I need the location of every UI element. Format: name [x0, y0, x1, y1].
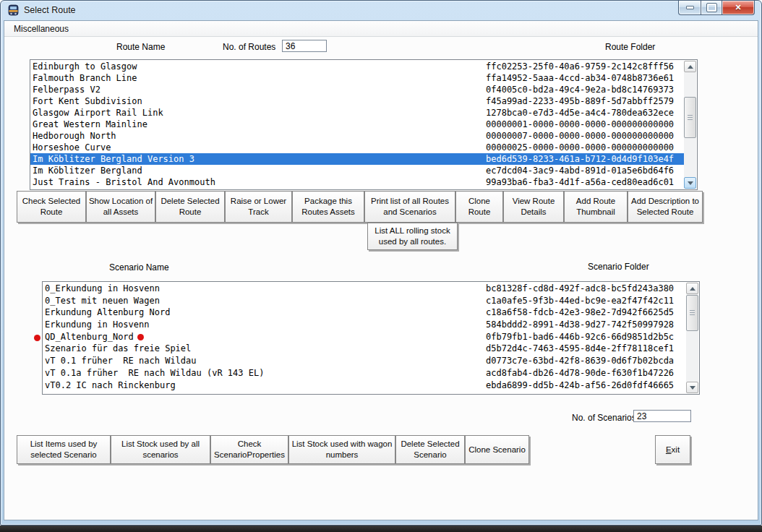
route-row[interactable]: Horseshoe Curve00000025-0000-0000-0000-0… [30, 142, 684, 153]
route-row-guid: 00000007-0000-0000-0000-000000000000 [486, 130, 674, 142]
route-row[interactable]: Fort Kent Subdivisionf45a99ad-2233-495b-… [30, 95, 684, 107]
exit-button[interactable]: Exit [655, 435, 690, 464]
scenario-name-label: Scenario Name [109, 262, 169, 273]
route-row-guid: 1278bca0-e7d3-4d5e-a4c4-780dea632ece [486, 107, 674, 119]
check-scenario-properties-button[interactable]: Check ScenarioProperties [210, 435, 288, 464]
scenario-scroll-up-button[interactable] [686, 283, 698, 294]
route-row[interactable]: Edinburgh to Glasgowffc02253-25f0-40a6-9… [30, 61, 684, 72]
select-route-window: Select Route ✕ Miscellaneous Route Name … [0, 0, 762, 525]
route-row-guid: 99a93ba6-fba3-4d1f-a56a-ced80ead6c01 [486, 176, 674, 188]
route-row[interactable]: Glasgow Airport Rail Link1278bca0-e7d3-4… [30, 107, 684, 119]
package-routes-assets-button[interactable]: Package this Routes Assets [292, 191, 364, 223]
route-row[interactable]: Im Köblitzer Bergland Version 3bed6d539-… [30, 153, 684, 165]
route-row[interactable]: Great Western Mainline00000001-0000-0000… [30, 119, 684, 130]
show-location-all-assets-button[interactable]: Show Location of all Assets [86, 191, 155, 223]
button-label: Add Route Thumbnail [566, 196, 625, 218]
route-row[interactable]: Hedborough North00000007-0000-0000-0000-… [30, 130, 684, 142]
scenario-row[interactable]: 0_Test mit neuen Wagenc1a0afe5-9f3b-44ed… [43, 295, 686, 307]
titlebar[interactable]: Select Route ✕ [1, 1, 761, 20]
list-stock-wagon-numbers-button[interactable]: List Stock used with wagon numbers [288, 435, 395, 464]
scenario-row[interactable]: Erkundung in Hosvenn584bddd2-8991-4d38-9… [43, 319, 686, 331]
scenario-row-guid: c1a0afe5-9f3b-44ed-bc9e-ea2f47f42c11 [486, 295, 674, 307]
marker-dot-left [34, 335, 40, 341]
check-selected-route-button[interactable]: Check Selected Route [17, 191, 86, 223]
button-label: Clone Scenario [468, 445, 526, 455]
scenario-row[interactable]: vT0.2 IC nach Rinckenburgebda6899-dd5b-4… [43, 379, 686, 392]
scenario-scroll-down-button[interactable] [686, 382, 698, 393]
route-row-guid: 00000025-0000-0000-0000-000000000000 [486, 142, 674, 153]
arrow-up-icon [690, 287, 695, 291]
list-all-rolling-stock-button[interactable]: List ALL rolling stock used by all route… [367, 223, 458, 250]
scenario-row[interactable]: 0_Erkundung in Hosvennbc81328f-cd8d-492f… [43, 283, 686, 295]
client-area: Miscellaneous Route Name No. of Routes R… [4, 20, 758, 520]
clone-route-button[interactable]: Clone Route [455, 191, 503, 223]
route-row-guid: ffa14952-5aaa-4ccd-ab34-0748b8736e61 [486, 72, 674, 84]
scenario-row-guid: ebda6899-dd5b-424b-af56-26d0fdf46665 [486, 379, 674, 392]
route-scroll-up-button[interactable] [684, 61, 696, 72]
arrow-down-icon [688, 181, 693, 185]
maximize-button[interactable] [701, 1, 722, 15]
print-routes-scenarios-button[interactable]: Print list of all Routes and Scenarios [364, 191, 455, 223]
route-listbox[interactable]: Edinburgh to Glasgowffc02253-25f0-40a6-9… [30, 59, 698, 190]
scenario-row[interactable]: QD_Altenburg_Nord0fb79fb1-bad6-446b-92c6… [43, 331, 686, 343]
menubar: Miscellaneous [4, 21, 758, 37]
close-button[interactable]: ✕ [722, 1, 755, 15]
list-items-selected-scenario-button[interactable]: List Items used by selected Scenario [17, 435, 111, 464]
scenario-row-guid: acd8fab4-db26-4d78-90de-f630f1b47226 [486, 367, 674, 379]
scenario-listbox[interactable]: 0_Erkundung in Hosvennbc81328f-cd8d-492f… [42, 281, 700, 395]
scenario-row-name: Szenario für das freie Spiel [43, 343, 191, 353]
button-label: List Stock used by all scenarios [113, 439, 208, 460]
button-label: Package this Routes Assets [294, 196, 362, 218]
button-label: Show Location of all Assets [88, 196, 153, 218]
route-row-name: Im Köblitzer Bergland [30, 166, 142, 176]
route-row[interactable]: Falmouth Branch Lineffa14952-5aaa-4ccd-a… [30, 72, 684, 84]
no-of-scenarios-input[interactable] [633, 410, 691, 422]
button-label: Print list of all Routes and Scenarios [367, 196, 453, 218]
scenario-row[interactable]: vT 0.1a früher RE nach Wildau (vR 143 EL… [43, 367, 686, 379]
minimize-button[interactable] [678, 1, 701, 15]
add-description-button[interactable]: Add Description to Selected Route [628, 191, 703, 223]
scenario-row[interactable]: Szenario für das freie Spield5b72d4c-746… [43, 343, 686, 355]
route-row-guid: bed6d539-8233-461a-b712-0d4d9f103e4f [486, 153, 674, 165]
list-stock-all-scenarios-button[interactable]: List Stock used by all scenarios [111, 435, 210, 464]
scenario-row[interactable]: Erkundung Altenburg Nordc18a6f58-fdcb-42… [43, 306, 686, 319]
button-label: Add Description to Selected Route [630, 196, 701, 218]
button-label: List Stock used with wagon numbers [291, 439, 393, 460]
scenario-row-name: 0_Test mit neuen Wagen [43, 296, 160, 306]
route-row[interactable]: Just Trains - Bristol And Avonmouth99a93… [30, 176, 684, 188]
route-scrollbar[interactable] [684, 61, 696, 189]
route-row-guid: 00000001-0000-0000-0000-000000000000 [486, 119, 674, 130]
no-of-scenarios-label: No. of Scenarios [572, 413, 636, 423]
add-route-thumbnail-button[interactable]: Add Route Thumbnail [564, 191, 628, 223]
route-row[interactable]: Felberpass V20f4005c0-bd2a-49c4-9e2a-bd8… [30, 84, 684, 95]
delete-selected-scenario-button[interactable]: Delete Selected Scenario [395, 435, 465, 464]
scenario-row-name: 0_Erkundung in Hosvenn [43, 283, 160, 293]
maximize-icon [707, 4, 716, 12]
raise-or-lower-track-button[interactable]: Raise or Lower Track [225, 191, 292, 223]
view-route-details-button[interactable]: View Route Details [503, 191, 564, 223]
no-of-routes-label: No. of Routes [223, 42, 275, 52]
no-of-routes-input[interactable] [282, 40, 327, 52]
scenario-scrollbar[interactable] [686, 283, 698, 393]
scenario-row[interactable]: vT 0.1 früher RE nach Wildaud0773c7e-63b… [43, 355, 686, 367]
delete-selected-route-button[interactable]: Delete Selected Route [155, 191, 225, 223]
taskbar-strip [0, 525, 762, 532]
menu-item-miscellaneous[interactable]: Miscellaneous [11, 23, 72, 35]
button-label: Delete Selected Route [158, 196, 223, 218]
scenario-row-name: vT 0.1 früher RE nach Wildau [43, 356, 197, 366]
route-scroll-down-button[interactable] [684, 177, 696, 189]
scenario-row-name: vT 0.1a früher RE nach Wildau (vR 143 EL… [43, 368, 264, 378]
route-scroll-thumb[interactable] [684, 97, 696, 138]
scenario-row-name: vT0.2 IC nach Rinckenburg [43, 380, 176, 390]
scenario-row-name: QD_Altenburg_Nord [43, 332, 134, 342]
scenario-scroll-thumb[interactable] [686, 295, 698, 331]
scenario-row-guid: d5b72d4c-7463-4595-8d4e-2ff78118cef1 [486, 343, 674, 355]
route-row-name: Felberpass V2 [30, 85, 100, 95]
route-row-guid: ffc02253-25f0-40a6-9759-2c142c8fff56 [486, 61, 674, 72]
button-label: Delete Selected Scenario [398, 439, 463, 460]
clone-scenario-button[interactable]: Clone Scenario [465, 435, 529, 464]
scenario-row-guid: c18a6f58-fdcb-42e3-98e2-7d942f6625d5 [486, 306, 674, 319]
button-label: Check Selected Route [19, 196, 84, 218]
route-name-label: Route Name [116, 42, 165, 52]
route-row[interactable]: Im Köblitzer Berglandec7dcd04-3ac9-4abd-… [30, 165, 684, 176]
